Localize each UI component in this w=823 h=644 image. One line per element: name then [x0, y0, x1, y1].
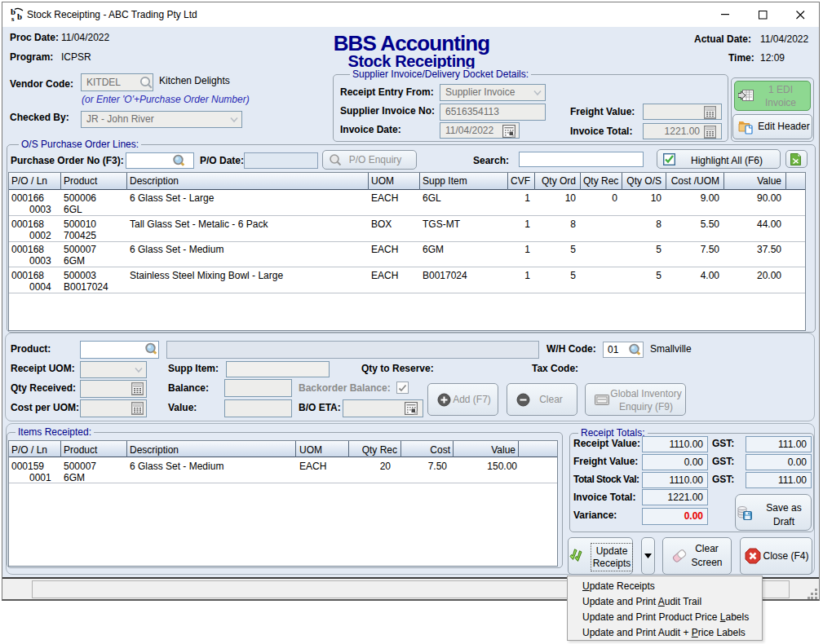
svg-text:s: s — [11, 15, 15, 22]
svg-text:b: b — [17, 11, 22, 21]
